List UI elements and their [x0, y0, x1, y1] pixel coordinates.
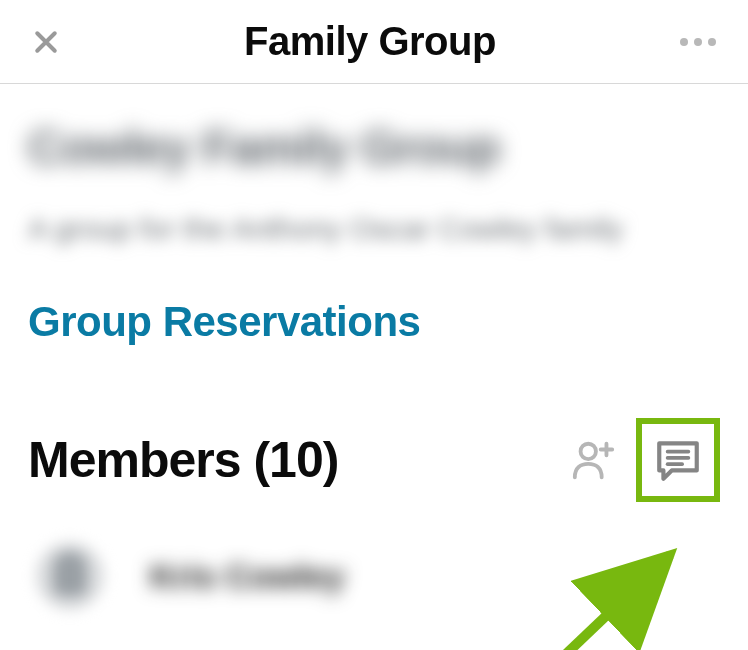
close-icon [31, 27, 61, 57]
group-reservations-link[interactable]: Group Reservations [28, 298, 420, 346]
members-heading: Members (10) [28, 431, 338, 489]
member-actions [570, 418, 720, 502]
more-menu-button[interactable] [676, 24, 720, 60]
content-area: Cowley Family Group A group for the Anth… [0, 84, 748, 610]
svg-point-0 [581, 444, 596, 459]
message-group-button[interactable] [636, 418, 720, 502]
chat-icon [653, 435, 703, 485]
ellipsis-icon [694, 38, 702, 46]
group-name: Cowley Family Group [28, 120, 720, 175]
member-list: Kris Cowley [28, 542, 720, 610]
add-member-button[interactable] [570, 436, 618, 484]
person-add-icon [571, 437, 617, 483]
ellipsis-icon [708, 38, 716, 46]
page-title: Family Group [244, 19, 496, 64]
member-name: Kris Cowley [150, 557, 345, 596]
close-button[interactable] [28, 24, 64, 60]
group-description: A group for the Anthony Oscar Cowley fam… [28, 203, 720, 254]
header: Family Group [0, 0, 748, 84]
members-header-row: Members (10) [28, 418, 720, 502]
ellipsis-icon [680, 38, 688, 46]
avatar [36, 542, 104, 610]
